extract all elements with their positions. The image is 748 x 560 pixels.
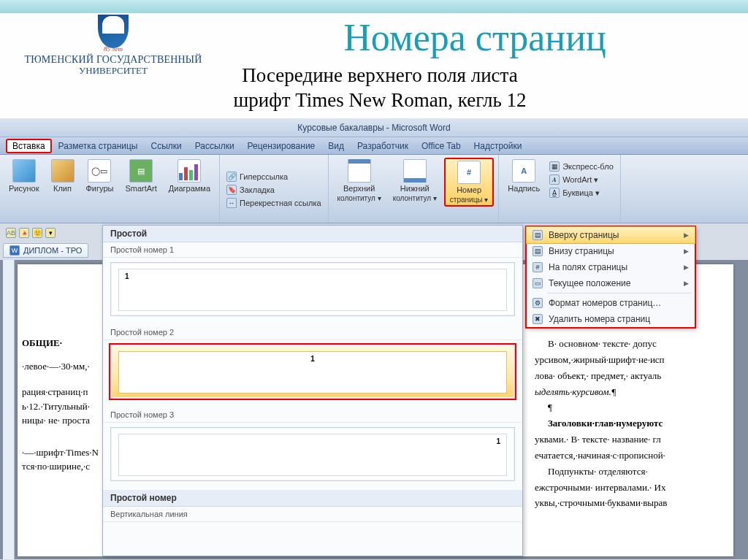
header-button[interactable]: Верхний колонтитул ▾ [333,158,386,207]
tab-view[interactable]: Вид [321,139,351,153]
picture-button[interactable]: Рисунок [4,158,44,194]
gallery-item-1-label: Простой номер 1 [103,242,522,258]
picture-icon [12,159,36,183]
qat-icon-3[interactable]: 🙂 [32,228,42,238]
clipart-button[interactable]: Клип [47,158,79,194]
ribbon: Рисунок Клип ◯▭ Фигуры ▤ SmartArt [0,155,748,223]
gallery-header-2: Простой номер [103,490,522,507]
dd-remove-page-numbers[interactable]: ✖ Удалить номера страниц [527,311,695,327]
tab-developer[interactable]: Разработчик [351,139,415,153]
textbox-button[interactable]: A Надпись [503,158,544,194]
crossref-button[interactable]: ↔Перекрестная ссылка [224,197,324,209]
qat-icon-4[interactable]: ▾ [45,228,56,238]
bookmark-icon: 🔖 [226,185,237,195]
gallery-item-3-label: Простой номер 3 [103,407,522,423]
remove-icon: ✖ [533,314,543,324]
chevron-right-icon: ▶ [684,231,689,239]
bookmark-button[interactable]: 🔖Закладка [224,184,324,196]
tab-insert[interactable]: Вставка [6,139,52,153]
clipart-icon [51,159,75,183]
wordart-icon: 𝑨 [549,174,560,185]
chart-button[interactable]: Диаграмма [164,158,215,194]
chevron-right-icon: ▶ [684,248,689,255]
header-icon [348,159,371,183]
page-number-gallery: Простой Простой номер 1 1 Простой номер … [102,225,523,556]
gallery-header: Простой [103,226,522,242]
page-number-icon: # [457,161,481,184]
page-number-dropdown: ▤ Вверху страницы▶ ▤ Внизу страницы▶ # Н… [526,226,695,328]
shapes-button[interactable]: ◯▭ Фигуры [82,158,118,194]
vertical-ruler[interactable] [3,260,15,559]
tab-mailings[interactable]: Рассылки [188,139,241,153]
word-window: Курсовые бакалавры - Microsoft Word Вста… [0,118,748,560]
wordart-button[interactable]: 𝑨WordArt ▾ [547,174,616,185]
gallery-item-2-label: Простой номер 2 [103,325,522,340]
textbox-icon: A [512,159,535,183]
footer-icon [403,159,427,183]
document-tab[interactable]: W ДИПЛОМ - ТРО [3,243,88,258]
dd-bottom-of-page[interactable]: ▤ Внизу страницы▶ [527,243,695,259]
slide-title: Номера страниц [219,16,730,59]
chevron-right-icon: ▶ [684,280,689,287]
qat-icon-2[interactable]: 🔺 [19,228,29,238]
page-margins-icon: # [533,262,543,272]
tab-addins[interactable]: Надстройки [468,139,529,153]
dropcap-button[interactable]: A̲Буквица ▾ [547,187,616,199]
gallery-item-2[interactable]: 1 [110,345,515,399]
chevron-right-icon: ▶ [684,264,689,271]
ribbon-tabs: Вставка Разметка страницы Ссылки Рассылк… [0,137,748,155]
tab-page-layout[interactable]: Разметка страницы [52,139,145,153]
chart-icon [178,159,201,183]
hyperlink-icon: 🔗 [226,172,237,182]
shapes-icon: ◯▭ [88,159,111,183]
current-position-icon: ▭ [533,278,543,288]
quick-access-toolbar: AB 🔺 🙂 ▾ [3,225,98,241]
page-number-button[interactable]: # Номер страницы ▾ [444,158,495,207]
dd-format-page-numbers[interactable]: ⚙ Формат номеров страниц… [527,295,695,311]
slide-subtitle-1: Посередине верхнего поля листа [102,64,657,87]
dd-top-of-page[interactable]: ▤ Вверху страницы▶ [526,226,695,244]
tab-review[interactable]: Рецензирование [241,139,322,153]
gallery-item-4-label: Вертикальная линия [103,507,522,522]
footer-button[interactable]: Нижний колонтитул ▾ [389,158,441,207]
document-left-text: ОБЩИЕ· ·левое·—·30·мм,· рация·страниц·п … [22,336,110,474]
quickparts-icon: ▦ [549,161,560,172]
dd-page-margins[interactable]: # На полях страницы▶ [527,259,695,275]
smartart-icon: ▤ [129,159,153,183]
word-doc-icon: W [9,245,20,256]
format-icon: ⚙ [533,298,543,308]
gallery-item-1[interactable]: 1 [110,262,515,316]
page-top-icon: ▤ [533,230,543,240]
dropcap-icon: A̲ [549,188,560,198]
document-right-text: В· основном· тексте· допус урсивом,·жирн… [535,337,747,513]
smartart-button[interactable]: ▤ SmartArt [121,158,161,194]
dd-current-position[interactable]: ▭ Текущее положение▶ [527,275,695,291]
quickparts-button[interactable]: ▦Экспресс-бло [547,161,616,172]
qat-icon-1[interactable]: AB [6,228,16,238]
tab-references[interactable]: Ссылки [144,139,188,153]
slide-subtitle-2: шрифт Times New Roman, кегль 12 [102,89,657,112]
page-bottom-icon: ▤ [533,246,543,256]
hyperlink-button[interactable]: 🔗Гиперссылка [224,171,324,183]
crossref-icon: ↔ [226,198,237,208]
word-titlebar: Курсовые бакалавры - Microsoft Word [0,118,748,137]
tab-office-tab[interactable]: Office Tab [415,139,468,153]
gallery-item-3[interactable]: 1 [110,427,515,481]
